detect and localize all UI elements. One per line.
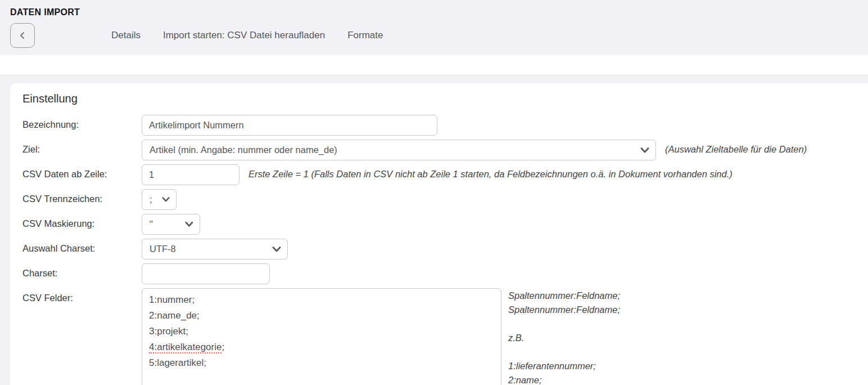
csv-daten-ab-zeile-input[interactable] xyxy=(142,164,239,185)
chevron-down-icon xyxy=(640,147,649,154)
bezeichnung-label: Bezeichnung: xyxy=(22,115,142,130)
ziel-select[interactable]: Artikel (min. Angabe: nummer oder name_d… xyxy=(142,140,656,160)
csv-felder-hint: Spaltennummer:Feldname; Spaltennummer:Fe… xyxy=(508,288,620,385)
csv-daten-ab-zeile-label: CSV Daten ab Zeile: xyxy=(22,164,142,180)
csv-maskierung-row: CSV Maskierung: " xyxy=(22,214,855,235)
tab-details[interactable]: Details xyxy=(111,30,141,41)
auswahl-charset-select[interactable]: UTF-8 xyxy=(142,239,288,259)
toolbar: Details Import starten: CSV Datei herauf… xyxy=(10,23,868,48)
charset-input[interactable] xyxy=(142,263,270,284)
charset-label: Charset: xyxy=(22,263,142,279)
bezeichnung-row: Bezeichnung: xyxy=(22,115,855,136)
back-button[interactable] xyxy=(10,23,35,48)
panel-title: Einstellung xyxy=(22,92,855,105)
csv-felder-editor[interactable]: 1:nummer;2:name_de;3:projekt;4:artikelka… xyxy=(142,288,501,385)
csv-trennzeichen-label: CSV Trennzeichen: xyxy=(22,189,142,204)
bezeichnung-input[interactable] xyxy=(142,115,437,136)
csv-trennzeichen-row: CSV Trennzeichen: ; xyxy=(22,189,855,210)
charset-row: Charset: xyxy=(22,263,855,284)
einstellung-panel: Einstellung Bezeichnung: Ziel: Artikel (… xyxy=(10,83,868,385)
chevron-down-icon xyxy=(272,246,281,253)
ziel-hint: (Auswahl Zieltabelle für die Daten) xyxy=(665,140,807,155)
tab-formate[interactable]: Formate xyxy=(347,30,383,41)
ziel-label: Ziel: xyxy=(22,140,142,155)
csv-maskierung-label: CSV Maskierung: xyxy=(22,214,142,229)
csv-daten-ab-zeile-row: CSV Daten ab Zeile: Erste Zeile = 1 (Fal… xyxy=(22,164,855,185)
tab-import-starten[interactable]: Import starten: CSV Datei heraufladen xyxy=(163,30,325,41)
csv-trennzeichen-select-value: ; xyxy=(150,194,152,205)
auswahl-charset-row: Auswahl Charset: UTF-8 xyxy=(22,239,855,259)
auswahl-charset-label: Auswahl Charset: xyxy=(22,239,142,254)
header-content-divider xyxy=(0,55,868,74)
csv-felder-label: CSV Felder: xyxy=(22,288,142,303)
ziel-select-value: Artikel (min. Angabe: nummer oder name_d… xyxy=(150,145,337,155)
auswahl-charset-select-value: UTF-8 xyxy=(150,244,176,254)
chevron-left-icon xyxy=(17,30,28,41)
ziel-row: Ziel: Artikel (min. Angabe: nummer oder … xyxy=(22,140,855,160)
csv-daten-ab-zeile-hint: Erste Zeile = 1 (Falls Daten in CSV nich… xyxy=(248,164,733,180)
page-title: DATEN IMPORT xyxy=(10,7,868,17)
tab-bar: Details Import starten: CSV Datei herauf… xyxy=(111,30,383,41)
top-header: DATEN IMPORT Details Import starten: CSV… xyxy=(0,0,868,55)
csv-felder-row: CSV Felder: 1:nummer;2:name_de;3:projekt… xyxy=(22,288,855,385)
csv-maskierung-select-value: " xyxy=(150,219,153,230)
chevron-down-icon xyxy=(185,221,193,227)
page-content: Einstellung Bezeichnung: Ziel: Artikel (… xyxy=(0,74,868,385)
chevron-down-icon xyxy=(162,196,170,203)
csv-maskierung-select[interactable]: " xyxy=(142,214,200,235)
csv-trennzeichen-select[interactable]: ; xyxy=(142,189,177,210)
